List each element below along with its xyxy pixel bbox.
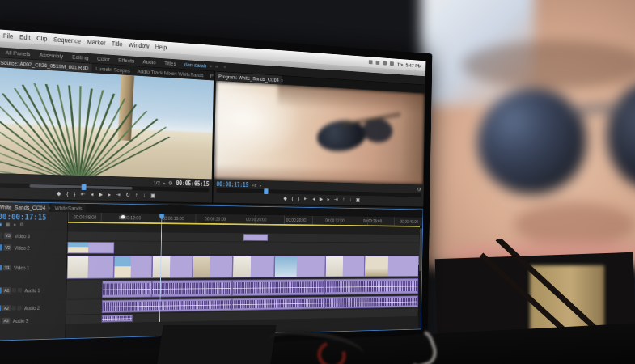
close-icon[interactable]: × <box>281 77 283 83</box>
source-patch-button[interactable] <box>0 233 2 239</box>
close-icon[interactable]: × <box>48 204 51 210</box>
go-to-in-button[interactable]: ⇤ <box>304 196 308 201</box>
step-back-button[interactable]: ◂ <box>312 197 315 202</box>
menubar-status-icon[interactable] <box>369 60 373 64</box>
track-header-video2[interactable]: V2 Video 2 <box>0 241 67 255</box>
workspace-tab-audio[interactable]: Audio <box>139 58 160 66</box>
mark-in-button[interactable]: { <box>66 191 68 197</box>
marker-icon[interactable]: ● <box>14 222 17 227</box>
insert-button[interactable]: ↑ <box>135 193 138 198</box>
workspace-tab-titles[interactable]: Titles <box>160 60 180 67</box>
audio-clip[interactable] <box>231 297 324 311</box>
menubar-status-icon[interactable] <box>390 61 394 66</box>
audio-clip[interactable] <box>151 280 232 298</box>
timeline-settings-icon[interactable]: ▣ <box>0 222 2 227</box>
workspace-tab-all-panels[interactable]: All Panels <box>1 49 34 57</box>
track-header-audio3[interactable]: A3 Audio 3 <box>0 315 66 326</box>
overwrite-button[interactable]: ↓ <box>143 193 146 198</box>
tab-sequence-active[interactable]: White_Sands_CC04 <box>0 202 49 212</box>
workspace-tab-custom[interactable]: dan-sarah <box>180 61 210 69</box>
go-to-in-button[interactable]: ⇤ <box>81 191 86 197</box>
mark-in-button[interactable]: { <box>292 196 294 201</box>
menu-edit[interactable]: Edit <box>19 33 31 41</box>
tab-progress[interactable]: Progress <box>207 71 214 80</box>
workspace-overflow-icon[interactable]: » <box>213 63 221 70</box>
audio-clip[interactable] <box>101 315 132 323</box>
workspace-tab-editing[interactable]: Editing <box>68 53 92 61</box>
step-forward-button[interactable]: ▸ <box>328 197 330 202</box>
menu-clip[interactable]: Clip <box>36 35 47 43</box>
add-marker-button[interactable]: ◆ <box>283 196 287 201</box>
program-zoom-select[interactable]: Fit <box>252 182 256 188</box>
video-clip[interactable] <box>325 256 365 277</box>
timeline-current-timecode[interactable]: 00:00:17:15 <box>0 212 67 222</box>
loop-button[interactable]: ↻ <box>125 192 130 197</box>
step-forward-button[interactable]: ▸ <box>108 192 111 197</box>
add-workspace-icon[interactable]: + <box>221 64 229 70</box>
program-current-timecode[interactable]: 00:00:17:15 <box>217 181 249 188</box>
play-button[interactable]: ▶ <box>99 192 103 197</box>
track-target-button[interactable]: V3 <box>4 233 12 239</box>
track-target-button[interactable]: A3 <box>2 318 11 324</box>
wrench-icon[interactable]: ⚙ <box>19 222 23 227</box>
audio-clip[interactable] <box>324 295 418 308</box>
menubar-clock[interactable]: Thu 5:47 PM <box>397 61 421 69</box>
solo-button[interactable] <box>17 306 21 311</box>
export-frame-button[interactable]: ▣ <box>150 193 155 198</box>
menubar-status-icon[interactable] <box>376 61 380 65</box>
mark-out-button[interactable]: } <box>298 196 299 201</box>
source-playhead[interactable] <box>82 184 87 190</box>
audio-clip[interactable] <box>102 281 152 298</box>
mark-out-button[interactable]: } <box>74 191 75 197</box>
source-patch-button[interactable] <box>0 318 1 324</box>
add-marker-button[interactable]: ◆ <box>57 191 61 197</box>
export-frame-button[interactable]: ▣ <box>356 197 360 203</box>
audio-clip[interactable] <box>102 298 232 313</box>
scrollbar-thumb[interactable] <box>419 228 422 271</box>
source-viewer[interactable] <box>0 67 214 179</box>
menu-title[interactable]: Title <box>112 40 123 48</box>
program-viewer[interactable] <box>214 81 425 185</box>
source-zoom-select[interactable]: 1/2 <box>154 180 160 186</box>
snap-icon[interactable]: ▦ <box>6 222 11 227</box>
mute-button[interactable] <box>11 306 15 311</box>
close-icon[interactable]: × <box>209 63 212 70</box>
video-clip[interactable] <box>274 256 325 277</box>
track-target-button[interactable]: V2 <box>3 244 11 250</box>
track-header-audio1[interactable]: A1 Audio 1 <box>0 281 66 301</box>
track-lane-video1[interactable] <box>67 255 419 279</box>
track-header-video3[interactable]: V3 Video 3 <box>0 231 67 241</box>
extract-button[interactable]: ↓ <box>349 197 352 203</box>
video-clip[interactable] <box>67 242 114 253</box>
video-clip[interactable] <box>152 256 193 278</box>
settings-icon[interactable]: ⚙ <box>168 180 173 186</box>
go-to-out-button[interactable]: ⇥ <box>116 192 121 197</box>
track-header-audio2[interactable]: A2 Audio 2 <box>0 300 66 316</box>
video-clip[interactable] <box>193 256 233 277</box>
track-header-video1[interactable]: V1 Video 1 <box>0 255 66 280</box>
menu-window[interactable]: Window <box>129 41 150 50</box>
video-clip[interactable] <box>67 256 115 279</box>
track-lane-video2[interactable] <box>67 241 419 255</box>
workspace-tab-color[interactable]: Color <box>93 55 114 63</box>
solo-button[interactable] <box>18 288 22 293</box>
workspace-tab-effects[interactable]: Effects <box>114 57 138 65</box>
video-clip[interactable] <box>114 256 153 278</box>
source-patch-button[interactable] <box>0 244 2 250</box>
source-patch-button[interactable] <box>0 287 2 293</box>
step-back-button[interactable]: ◂ <box>91 191 93 197</box>
source-patch-button[interactable] <box>0 305 1 311</box>
video-clip[interactable] <box>243 234 268 241</box>
audio-clip[interactable] <box>325 278 419 295</box>
video-clip[interactable] <box>232 256 274 277</box>
source-patch-button[interactable] <box>0 265 2 270</box>
track-target-button[interactable]: A1 <box>2 287 11 293</box>
audio-clip[interactable] <box>232 279 325 296</box>
tab-sequence-whitesands[interactable]: WhiteSands <box>51 203 85 212</box>
go-to-out-button[interactable]: ⇥ <box>334 197 338 202</box>
workspace-tab-assembly[interactable]: Assembly <box>36 51 68 60</box>
menu-help[interactable]: Help <box>155 43 167 51</box>
lift-button[interactable]: ↑ <box>342 197 345 202</box>
mute-button[interactable] <box>12 288 16 293</box>
program-playhead[interactable] <box>264 188 268 194</box>
